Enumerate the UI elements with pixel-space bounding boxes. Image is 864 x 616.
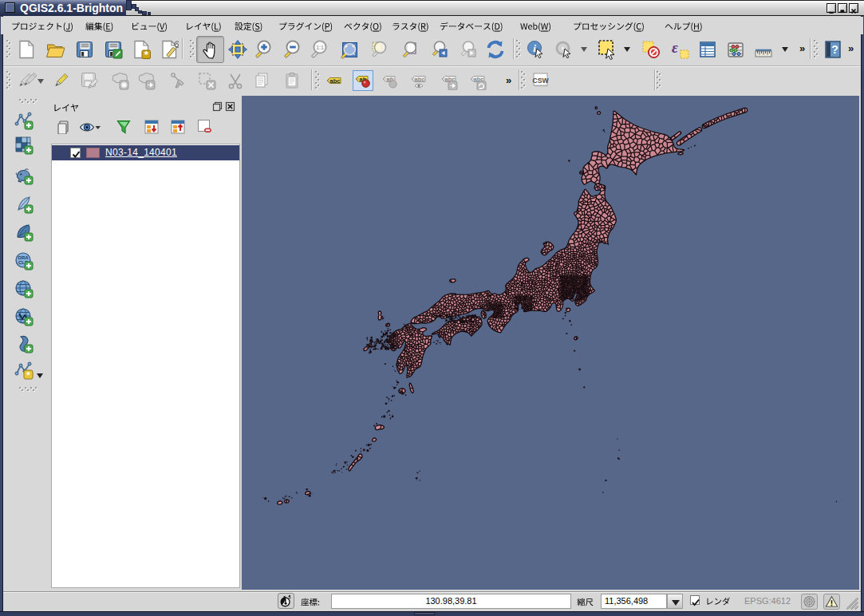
- svg-text:?: ?: [831, 43, 838, 56]
- svg-text:*: *: [26, 370, 30, 380]
- svg-text:ε: ε: [672, 40, 678, 56]
- svg-text:1:1: 1:1: [316, 45, 324, 50]
- svg-text:abc: abc: [330, 77, 341, 85]
- svg-text:CSW: CSW: [532, 77, 549, 85]
- svg-text:i: i: [533, 42, 536, 54]
- svg-text:abc: abc: [415, 76, 425, 83]
